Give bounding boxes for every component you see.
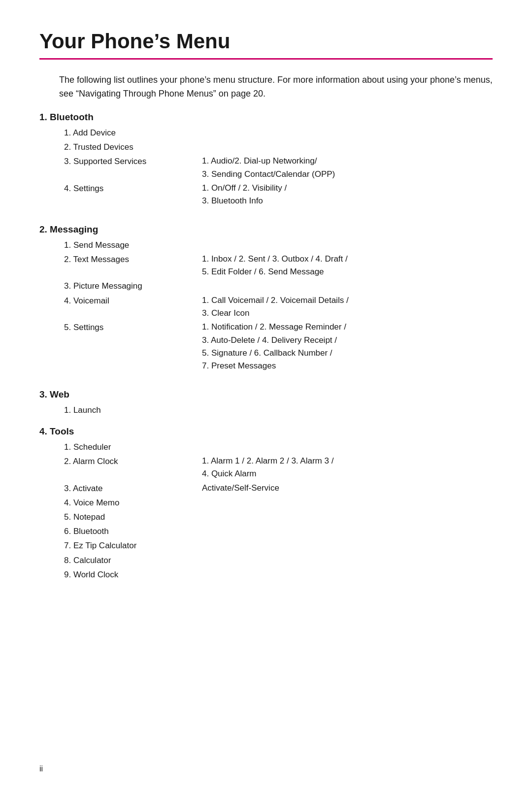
page-title: Your Phone’s Menu <box>39 30 493 53</box>
item-label: 3. Supported Services <box>39 154 197 181</box>
item-detail <box>197 524 493 538</box>
tools-table: 1. Scheduler 2. Alarm Clock 1. Alarm 1 /… <box>39 440 493 582</box>
item-label: 1. Add Device <box>39 126 197 140</box>
item-detail: 1. Audio/2. Dial-up Networking/3. Sendin… <box>197 154 493 181</box>
item-label: 5. Notepad <box>39 510 197 524</box>
item-label: 3. Picture Messaging <box>39 279 197 293</box>
table-row: 2. Alarm Clock 1. Alarm 1 / 2. Alarm 2 /… <box>39 454 493 481</box>
table-row: 1. Add Device <box>39 126 493 140</box>
item-detail <box>197 510 493 524</box>
table-row: 3. Activate Activate/Self-Service <box>39 481 493 496</box>
item-detail <box>197 440 493 454</box>
intro-text: The following list outlines your phone’s… <box>39 73 493 101</box>
table-row: 1. Send Message <box>39 238 493 252</box>
table-row: 6. Bluetooth <box>39 524 493 538</box>
table-row: 8. Calculator <box>39 553 493 567</box>
item-detail: 1. Call Voicemail / 2. Voicemail Details… <box>197 294 493 321</box>
table-row: 2. Trusted Devices <box>39 140 493 154</box>
item-detail: 1. Alarm 1 / 2. Alarm 2 / 3. Alarm 3 /4.… <box>197 454 493 481</box>
item-detail <box>197 140 493 154</box>
item-detail <box>197 238 493 252</box>
section-heading-tools: 4. Tools <box>39 426 493 437</box>
table-row: 5. Notepad <box>39 510 493 524</box>
item-label: 1. Send Message <box>39 238 197 252</box>
item-label: 2. Text Messages <box>39 252 197 279</box>
table-row: 3. Picture Messaging <box>39 279 493 293</box>
item-detail <box>197 496 493 510</box>
item-label: 2. Trusted Devices <box>39 140 197 154</box>
item-detail <box>197 538 493 553</box>
item-detail <box>197 553 493 567</box>
table-row: 1. Scheduler <box>39 440 493 454</box>
section-heading-web: 3. Web <box>39 389 493 400</box>
item-label: 4. Voice Memo <box>39 496 197 510</box>
item-label: 6. Bluetooth <box>39 524 197 538</box>
item-detail: 1. Notification / 2. Message Reminder /3… <box>197 320 493 373</box>
item-label: 1. Scheduler <box>39 440 197 454</box>
table-row: 3. Supported Services 1. Audio/2. Dial-u… <box>39 154 493 181</box>
item-detail <box>197 567 493 582</box>
item-label: 8. Calculator <box>39 553 197 567</box>
section-web: 3. Web 1. Launch <box>39 389 493 417</box>
section-heading-bluetooth: 1. Bluetooth <box>39 112 493 123</box>
web-table: 1. Launch <box>39 403 493 417</box>
item-detail <box>197 403 493 417</box>
table-row: 2. Text Messages 1. Inbox / 2. Sent / 3.… <box>39 252 493 279</box>
item-label: 1. Launch <box>39 403 197 417</box>
section-tools: 4. Tools 1. Scheduler 2. Alarm Clock 1. … <box>39 426 493 582</box>
item-detail <box>197 279 493 293</box>
item-label: 5. Settings <box>39 320 197 373</box>
table-row: 5. Settings 1. Notification / 2. Message… <box>39 320 493 373</box>
item-label: 4. Voicemail <box>39 294 197 321</box>
table-row: 1. Launch <box>39 403 493 417</box>
item-detail: Activate/Self-Service <box>197 481 493 496</box>
bluetooth-table: 1. Add Device 2. Trusted Devices 3. Supp… <box>39 126 493 208</box>
item-label: 4. Settings <box>39 181 197 208</box>
item-label: 3. Activate <box>39 481 197 496</box>
table-row: 4. Voicemail 1. Call Voicemail / 2. Voic… <box>39 294 493 321</box>
table-row: 9. World Clock <box>39 567 493 582</box>
section-heading-messaging: 2. Messaging <box>39 224 493 235</box>
item-detail: 1. On/Off / 2. Visibility /3. Bluetooth … <box>197 181 493 208</box>
section-messaging: 2. Messaging 1. Send Message 2. Text Mes… <box>39 224 493 373</box>
messaging-table: 1. Send Message 2. Text Messages 1. Inbo… <box>39 238 493 373</box>
table-row: 7. Ez Tip Calculator <box>39 538 493 553</box>
page-number: ii <box>39 765 43 773</box>
item-label: 7. Ez Tip Calculator <box>39 538 197 553</box>
table-row: 4. Settings 1. On/Off / 2. Visibility /3… <box>39 181 493 208</box>
title-divider <box>39 58 493 60</box>
item-detail: 1. Inbox / 2. Sent / 3. Outbox / 4. Draf… <box>197 252 493 279</box>
item-label: 9. World Clock <box>39 567 197 582</box>
section-bluetooth: 1. Bluetooth 1. Add Device 2. Trusted De… <box>39 112 493 208</box>
item-label: 2. Alarm Clock <box>39 454 197 481</box>
table-row: 4. Voice Memo <box>39 496 493 510</box>
item-detail <box>197 126 493 140</box>
